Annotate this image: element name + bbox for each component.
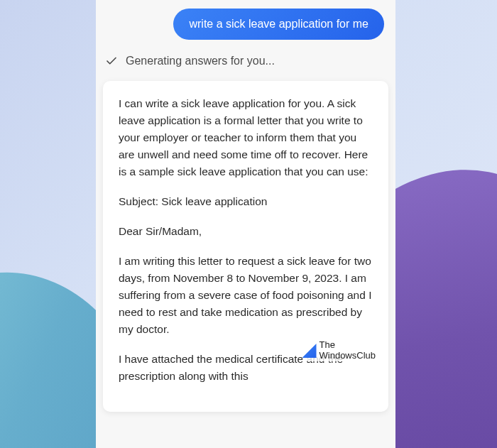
response-subject: Subject: Sick leave application (119, 193, 373, 210)
watermark: The WindowsClub (302, 340, 376, 361)
chat-panel: write a sick leave application for me Ge… (96, 0, 395, 448)
watermark-text: The WindowsClub (320, 340, 376, 361)
response-salutation: Dear Sir/Madam, (119, 223, 373, 240)
assistant-response-card: I can write a sick leave application for… (103, 81, 388, 412)
status-row: Generating answers for you... (96, 51, 395, 81)
status-text: Generating answers for you... (126, 55, 275, 67)
watermark-line1: The (320, 340, 376, 351)
watermark-line2: WindowsClub (320, 351, 376, 361)
response-paragraph: I can write a sick leave application for… (119, 95, 373, 180)
watermark-logo-icon (302, 344, 317, 358)
user-message-row: write a sick leave application for me (96, 9, 395, 51)
user-message-bubble[interactable]: write a sick leave application for me (173, 9, 384, 40)
checkmark-icon (104, 54, 119, 68)
response-body-1: I am writing this letter to request a si… (119, 253, 373, 338)
